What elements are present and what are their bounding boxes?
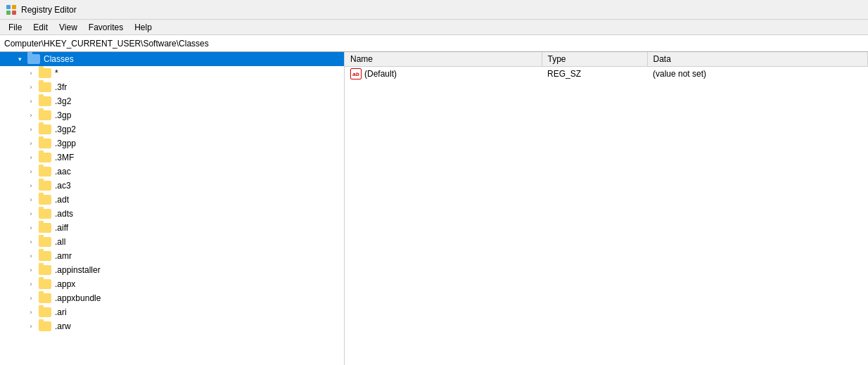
- window-title: Registry Editor: [21, 5, 77, 15]
- folder-icon: [39, 307, 51, 317]
- menu-help[interactable]: Help: [129, 21, 158, 34]
- chevron-right-icon: ›: [25, 194, 37, 205]
- tree-item-ari[interactable]: › .ari: [0, 305, 344, 319]
- chevron-right-icon: ›: [25, 166, 37, 177]
- folder-icon: [39, 181, 51, 191]
- folder-icon: [39, 139, 51, 148]
- tree-item-3gp2[interactable]: › .3gp2: [0, 122, 344, 136]
- folder-icon: [39, 153, 51, 162]
- tree-item-arw[interactable]: › .arw: [0, 319, 344, 333]
- chevron-right-icon: ›: [25, 124, 37, 135]
- menu-view[interactable]: View: [53, 21, 83, 34]
- address-bar: Computer\HKEY_CURRENT_USER\Software\Clas…: [0, 35, 868, 52]
- reg-sz-icon: ab: [350, 68, 362, 79]
- chevron-right-icon: ›: [25, 321, 37, 332]
- chevron-right-icon: ›: [25, 222, 37, 233]
- folder-icon: [39, 265, 51, 275]
- title-bar: Registry Editor: [0, 0, 868, 20]
- menu-favorites[interactable]: Favorites: [83, 21, 129, 34]
- svg-rect-0: [6, 5, 11, 9]
- detail-panel: Name Type Data ab (Default) REG_SZ (valu…: [345, 52, 868, 365]
- tree-item-appxbundle[interactable]: › .appxbundle: [0, 291, 344, 305]
- tree-item-amr[interactable]: › .amr: [0, 249, 344, 263]
- main-content: ▾ Classes › * › .3fr › .3g2 › .3gp: [0, 52, 868, 365]
- chevron-right-icon: ›: [25, 264, 37, 276]
- tree-label: .ari: [53, 307, 67, 317]
- folder-icon: [39, 321, 51, 331]
- tree-item-3gp[interactable]: › .3gp: [0, 108, 344, 122]
- tree-label: .3MF: [53, 153, 74, 162]
- tree-item-adt[interactable]: › .adt: [0, 193, 344, 207]
- chevron-right-icon: ›: [25, 138, 37, 149]
- tree-label: .aac: [53, 167, 71, 177]
- tree-item-ac3[interactable]: › .ac3: [0, 179, 344, 193]
- tree-item-aiff[interactable]: › .aiff: [0, 221, 344, 235]
- chevron-right-icon: ›: [25, 250, 37, 262]
- tree-item-appx[interactable]: › .appx: [0, 277, 344, 291]
- tree-item-classes[interactable]: ▾ Classes: [0, 52, 344, 66]
- chevron-right-icon: ›: [25, 208, 37, 219]
- folder-icon: [39, 110, 51, 120]
- tree-label: .3gpp: [53, 139, 76, 148]
- chevron-right-icon: ›: [25, 110, 37, 121]
- tree-label: .arw: [53, 321, 71, 331]
- tree-label: Classes: [42, 54, 74, 64]
- tree-item-appinstaller[interactable]: › .appinstaller: [0, 263, 344, 277]
- tree-label: .appx: [53, 279, 75, 289]
- tree-label: .aiff: [53, 223, 68, 233]
- menu-file[interactable]: File: [3, 21, 27, 34]
- chevron-right-icon: ›: [25, 96, 37, 107]
- folder-icon: [39, 237, 51, 247]
- chevron-right-icon: ›: [25, 180, 37, 191]
- table-header-row: Name Type Data: [345, 52, 868, 67]
- folder-icon: [39, 223, 51, 233]
- cell-data: (value not set): [647, 67, 868, 82]
- folder-icon: [39, 124, 51, 134]
- tree-label: .3gp: [53, 110, 71, 120]
- detail-table: Name Type Data ab (Default) REG_SZ (valu…: [345, 52, 868, 81]
- tree-label: .appxbundle: [53, 293, 101, 303]
- cell-type: REG_SZ: [542, 67, 647, 82]
- name-value: (Default): [364, 69, 397, 79]
- tree-label: .adt: [53, 195, 69, 205]
- chevron-down-icon: ▾: [14, 53, 25, 65]
- tree-item-all[interactable]: › .all: [0, 235, 344, 249]
- folder-icon: [39, 82, 51, 92]
- registry-editor-icon: [6, 4, 17, 15]
- tree-label: .ac3: [53, 181, 71, 191]
- table-row[interactable]: ab (Default) REG_SZ (value not set): [345, 67, 868, 82]
- tree-item-aac[interactable]: › .aac: [0, 165, 344, 179]
- chevron-right-icon: ›: [25, 278, 37, 290]
- tree-label: .appinstaller: [53, 265, 101, 275]
- chevron-right-icon: ›: [25, 152, 37, 163]
- tree-item-star[interactable]: › *: [0, 66, 344, 80]
- tree-item-3mf[interactable]: › .3MF: [0, 151, 344, 165]
- chevron-right-icon: ›: [25, 307, 37, 318]
- folder-icon: [39, 96, 51, 106]
- column-name[interactable]: Name: [345, 52, 542, 67]
- folder-icon: [39, 293, 51, 303]
- folder-icon: [39, 251, 51, 261]
- tree-label: .3gp2: [53, 124, 76, 134]
- column-type[interactable]: Type: [542, 52, 647, 67]
- folder-icon: [39, 195, 51, 205]
- tree-item-adts[interactable]: › .adts: [0, 207, 344, 221]
- chevron-right-icon: ›: [25, 236, 37, 248]
- tree-label: .3g2: [53, 96, 71, 106]
- tree-label: .all: [53, 237, 65, 247]
- tree-item-3g2[interactable]: › .3g2: [0, 94, 344, 108]
- svg-rect-2: [6, 11, 11, 15]
- chevron-right-icon: ›: [25, 82, 37, 93]
- menu-edit[interactable]: Edit: [27, 21, 53, 34]
- tree-panel[interactable]: ▾ Classes › * › .3fr › .3g2 › .3gp: [0, 52, 345, 365]
- folder-icon: [39, 209, 51, 219]
- folder-icon: [39, 68, 51, 78]
- folder-icon: [39, 279, 51, 289]
- folder-icon: [39, 167, 51, 177]
- tree-item-3fr[interactable]: › .3fr: [0, 80, 344, 94]
- tree-item-3gpp[interactable]: › .3gpp: [0, 136, 344, 151]
- address-path: Computer\HKEY_CURRENT_USER\Software\Clas…: [4, 39, 209, 49]
- cell-name: ab (Default): [345, 67, 542, 82]
- menu-bar: File Edit View Favorites Help: [0, 20, 868, 35]
- column-data[interactable]: Data: [647, 52, 868, 67]
